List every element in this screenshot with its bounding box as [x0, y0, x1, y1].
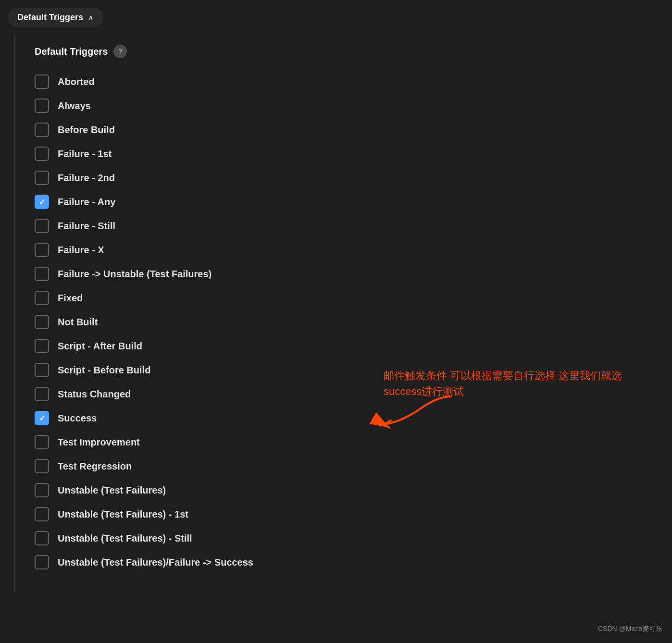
list-item: Failure - 2nd — [35, 166, 653, 190]
list-item: Aborted — [35, 70, 653, 94]
checkbox-status-changed[interactable] — [35, 387, 49, 401]
checkbox-always[interactable] — [35, 99, 49, 113]
chevron-up-icon: ∧ — [88, 13, 94, 22]
list-item: Test Improvement — [35, 430, 653, 454]
checkbox-success[interactable] — [35, 411, 49, 425]
list-item: Script - Before Build — [35, 358, 653, 382]
label-unstable-test-failures-still: Unstable (Test Failures) - Still — [58, 533, 192, 544]
list-item: Unstable (Test Failures) - 1st — [35, 502, 653, 526]
list-item: Not Built — [35, 310, 653, 334]
list-item: Test Regression — [35, 454, 653, 478]
annotation-container: 邮件触发条件 可以根据需要自行选择 这里我们就选success进行测试Succe… — [35, 406, 653, 430]
top-bar-title: Default Triggers — [17, 12, 83, 23]
label-failure-unstable: Failure -> Unstable (Test Failures) — [58, 269, 212, 280]
list-item: Always — [35, 94, 653, 118]
checkbox-failure-x[interactable] — [35, 243, 49, 257]
checkbox-test-regression[interactable] — [35, 459, 49, 473]
list-item: Failure - 1st — [35, 142, 653, 166]
label-unstable-test-failures: Unstable (Test Failures) — [58, 485, 166, 496]
list-item: Before Build — [35, 118, 653, 142]
label-unstable-failure-success: Unstable (Test Failures)/Failure -> Succ… — [58, 557, 253, 568]
section-title: Default Triggers — [35, 46, 108, 57]
label-failure-still: Failure - Still — [58, 221, 115, 232]
checkbox-unstable-test-failures-still[interactable] — [35, 531, 49, 545]
label-test-regression: Test Regression — [58, 461, 132, 472]
section-header: Default Triggers ? — [35, 45, 653, 58]
checkbox-failure-unstable[interactable] — [35, 267, 49, 281]
label-before-build: Before Build — [58, 124, 115, 136]
label-test-improvement: Test Improvement — [58, 437, 140, 448]
checkbox-test-improvement[interactable] — [35, 435, 49, 449]
checkbox-aborted[interactable] — [35, 74, 49, 89]
checkbox-failure-still[interactable] — [35, 219, 49, 233]
list-item: Unstable (Test Failures)/Failure -> Succ… — [35, 550, 653, 574]
label-failure-any: Failure - Any — [58, 197, 115, 208]
label-failure-1st: Failure - 1st — [58, 148, 112, 160]
label-success: Success — [58, 413, 97, 424]
checkbox-script-before-build[interactable] — [35, 363, 49, 377]
checkbox-unstable-failure-success[interactable] — [35, 555, 49, 569]
list-item: Failure -> Unstable (Test Failures) — [35, 262, 653, 286]
label-unstable-test-failures-1st: Unstable (Test Failures) - 1st — [58, 509, 188, 520]
checkbox-failure-1st[interactable] — [35, 147, 49, 161]
checkbox-list: AbortedAlwaysBefore BuildFailure - 1stFa… — [35, 70, 653, 574]
checkbox-fixed[interactable] — [35, 291, 49, 305]
list-item: Failure - Any — [35, 190, 653, 214]
list-item: Status Changed — [35, 382, 653, 406]
list-item: Unstable (Test Failures) - Still — [35, 526, 653, 550]
checkbox-unstable-test-failures-1st[interactable] — [35, 507, 49, 521]
label-fixed: Fixed — [58, 293, 83, 304]
help-button[interactable]: ? — [113, 45, 127, 58]
checkbox-unstable-test-failures[interactable] — [35, 483, 49, 497]
list-item: Failure - Still — [35, 214, 653, 238]
arrow-icon — [369, 392, 456, 430]
label-status-changed: Status Changed — [58, 389, 131, 400]
label-failure-x: Failure - X — [58, 245, 104, 256]
label-failure-2nd: Failure - 2nd — [58, 173, 115, 184]
label-script-before-build: Script - Before Build — [58, 365, 150, 376]
label-script-after-build: Script - After Build — [58, 341, 142, 352]
checkbox-before-build[interactable] — [35, 123, 49, 137]
label-not-built: Not Built — [58, 317, 98, 328]
top-bar[interactable]: Default Triggers ∧ — [8, 8, 103, 27]
list-item: Failure - X — [35, 238, 653, 262]
label-always: Always — [58, 100, 91, 111]
checkbox-failure-any[interactable] — [35, 195, 49, 209]
list-item: Fixed — [35, 286, 653, 310]
list-item: Success — [35, 406, 653, 430]
label-aborted: Aborted — [58, 76, 95, 87]
checkbox-not-built[interactable] — [35, 315, 49, 329]
list-item: Script - After Build — [35, 334, 653, 358]
watermark: CSDN @Micro麦可乐 — [598, 625, 662, 633]
checkbox-script-after-build[interactable] — [35, 339, 49, 353]
list-item: Unstable (Test Failures) — [35, 478, 653, 502]
checkbox-failure-2nd[interactable] — [35, 171, 49, 185]
main-content: Default Triggers ? AbortedAlwaysBefore B… — [14, 35, 672, 594]
